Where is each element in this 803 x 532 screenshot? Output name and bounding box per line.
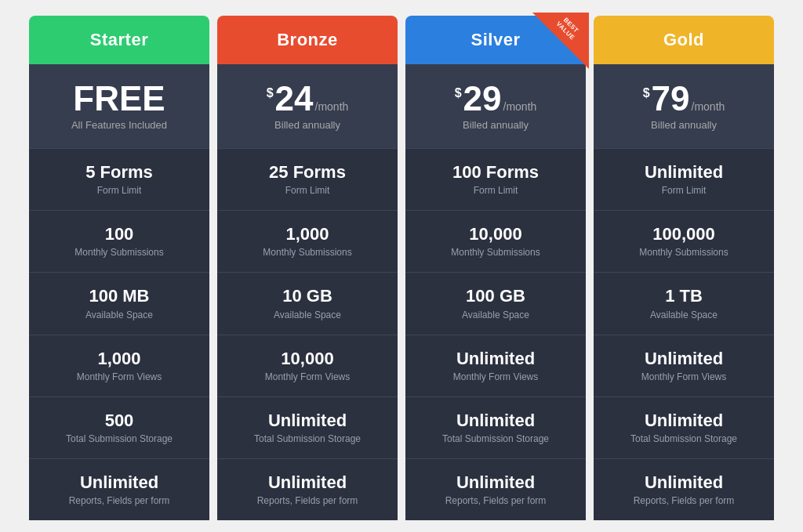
plan-header-starter: Starter: [29, 16, 209, 64]
price-main-silver: $29/month: [413, 81, 578, 116]
feature-row-bronze-0: 25 FormsForm Limit: [217, 148, 398, 210]
plan-col-starter: StarterFREEAll Features Included5 FormsF…: [29, 16, 209, 520]
feature-row-silver-4: UnlimitedTotal Submission Storage: [405, 396, 586, 458]
feature-row-silver-2: 100 GBAvailable Space: [405, 272, 586, 334]
best-value-badge: BEST VALUE: [532, 13, 589, 69]
feature-value-bronze-2: 10 GB: [225, 287, 390, 306]
feature-label-silver-5: Reports, Fields per form: [413, 495, 578, 506]
feature-label-starter-0: Form Limit: [37, 185, 202, 196]
feature-label-gold-5: Reports, Fields per form: [601, 495, 766, 506]
feature-label-bronze-1: Monthly Submissions: [225, 247, 390, 258]
feature-label-bronze-2: Available Space: [225, 309, 390, 320]
feature-value-gold-0: Unlimited: [601, 163, 766, 182]
price-main-bronze: $24/month: [225, 81, 390, 116]
feature-row-starter-2: 100 MBAvailable Space: [29, 272, 209, 334]
price-currency-gold: $: [643, 86, 650, 100]
feature-value-bronze-4: Unlimited: [225, 411, 390, 430]
price-sub-starter: All Features Included: [37, 119, 202, 131]
price-free: FREE: [73, 81, 165, 116]
feature-label-starter-1: Monthly Submissions: [37, 247, 202, 258]
price-currency-bronze: $: [267, 86, 274, 100]
feature-value-bronze-3: 10,000: [225, 349, 390, 368]
feature-label-silver-1: Monthly Submissions: [413, 247, 578, 258]
feature-row-silver-1: 10,000Monthly Submissions: [405, 210, 586, 272]
plan-col-bronze: Bronze$24/monthBilled annually25 FormsFo…: [217, 16, 398, 520]
best-value-text: BEST VALUE: [548, 13, 587, 48]
price-section-starter: FREEAll Features Included: [29, 64, 209, 148]
feature-row-bronze-2: 10 GBAvailable Space: [217, 272, 398, 334]
feature-row-bronze-3: 10,000Monthly Form Views: [217, 335, 398, 396]
feature-row-gold-1: 100,000Monthly Submissions: [594, 210, 774, 272]
feature-value-silver-4: Unlimited: [413, 411, 578, 430]
feature-label-gold-1: Monthly Submissions: [601, 247, 766, 258]
feature-label-silver-4: Total Submission Storage: [413, 433, 578, 444]
feature-row-starter-1: 100Monthly Submissions: [29, 210, 209, 272]
feature-label-bronze-0: Form Limit: [225, 185, 390, 196]
feature-value-bronze-5: Unlimited: [225, 473, 390, 492]
feature-row-silver-3: UnlimitedMonthly Form Views: [405, 335, 586, 396]
plan-body-bronze: $24/monthBilled annually25 FormsForm Lim…: [217, 64, 398, 520]
feature-label-silver-0: Form Limit: [413, 185, 578, 196]
feature-row-starter-3: 1,000Monthly Form Views: [29, 335, 209, 396]
feature-row-bronze-1: 1,000Monthly Submissions: [217, 210, 398, 272]
feature-row-gold-5: UnlimitedReports, Fields per form: [594, 458, 774, 520]
price-period-bronze: /month: [315, 100, 349, 113]
price-sub-silver: Billed annually: [413, 119, 578, 131]
feature-row-starter-0: 5 FormsForm Limit: [29, 148, 209, 210]
feature-label-gold-3: Monthly Form Views: [601, 371, 766, 382]
feature-value-starter-1: 100: [37, 225, 202, 244]
plan-header-bronze: Bronze: [217, 16, 398, 64]
plan-col-gold: Gold$79/monthBilled annuallyUnlimitedFor…: [594, 16, 774, 520]
price-main-gold: $79/month: [601, 81, 766, 116]
feature-label-starter-3: Monthly Form Views: [37, 371, 202, 382]
feature-row-gold-3: UnlimitedMonthly Form Views: [594, 335, 774, 396]
feature-value-bronze-0: 25 Forms: [225, 163, 390, 182]
feature-label-bronze-3: Monthly Form Views: [225, 371, 390, 382]
price-currency-silver: $: [455, 86, 462, 100]
feature-label-silver-3: Monthly Form Views: [413, 371, 578, 382]
feature-label-bronze-5: Reports, Fields per form: [225, 495, 390, 506]
feature-value-silver-3: Unlimited: [413, 349, 578, 368]
plan-header-gold: Gold: [594, 16, 774, 64]
feature-value-silver-0: 100 Forms: [413, 163, 578, 182]
feature-row-gold-4: UnlimitedTotal Submission Storage: [594, 396, 774, 458]
feature-row-starter-5: UnlimitedReports, Fields per form: [29, 458, 209, 520]
feature-label-gold-4: Total Submission Storage: [601, 433, 766, 444]
price-amount-bronze: 24: [275, 81, 314, 116]
feature-row-gold-0: UnlimitedForm Limit: [594, 148, 774, 210]
plan-body-silver: $29/monthBilled annually100 FormsForm Li…: [405, 64, 586, 520]
feature-value-silver-5: Unlimited: [413, 473, 578, 492]
feature-label-silver-2: Available Space: [413, 309, 578, 320]
feature-value-starter-0: 5 Forms: [37, 163, 202, 182]
plan-col-silver: BEST VALUESilver$29/monthBilled annually…: [405, 16, 586, 520]
plan-name-gold: Gold: [601, 30, 766, 50]
feature-value-bronze-1: 1,000: [225, 225, 390, 244]
feature-label-starter-4: Total Submission Storage: [37, 433, 202, 444]
feature-label-starter-5: Reports, Fields per form: [37, 495, 202, 506]
pricing-table: StarterFREEAll Features Included5 FormsF…: [9, 0, 794, 532]
plan-name-bronze: Bronze: [225, 30, 390, 50]
price-period-gold: /month: [692, 100, 725, 113]
price-section-gold: $79/monthBilled annually: [594, 64, 774, 148]
plan-name-starter: Starter: [37, 30, 202, 50]
feature-value-gold-5: Unlimited: [601, 473, 766, 492]
feature-value-starter-4: 500: [37, 411, 202, 430]
feature-value-starter-3: 1,000: [37, 349, 202, 368]
feature-row-silver-5: UnlimitedReports, Fields per form: [405, 458, 586, 520]
feature-label-starter-2: Available Space: [37, 309, 202, 320]
price-amount-gold: 79: [652, 81, 690, 116]
feature-value-silver-1: 10,000: [413, 225, 578, 244]
feature-label-gold-2: Available Space: [601, 309, 766, 320]
price-section-bronze: $24/monthBilled annually: [217, 64, 398, 148]
price-main-starter: FREE: [37, 81, 202, 116]
feature-value-silver-2: 100 GB: [413, 287, 578, 306]
feature-value-starter-5: Unlimited: [37, 473, 202, 492]
feature-row-silver-0: 100 FormsForm Limit: [405, 148, 586, 210]
feature-label-gold-0: Form Limit: [601, 185, 766, 196]
feature-row-gold-2: 1 TBAvailable Space: [594, 272, 774, 334]
feature-label-bronze-4: Total Submission Storage: [225, 433, 390, 444]
feature-row-bronze-4: UnlimitedTotal Submission Storage: [217, 396, 398, 458]
feature-value-gold-3: Unlimited: [601, 349, 766, 368]
price-period-silver: /month: [503, 100, 537, 113]
feature-value-gold-2: 1 TB: [601, 287, 766, 306]
